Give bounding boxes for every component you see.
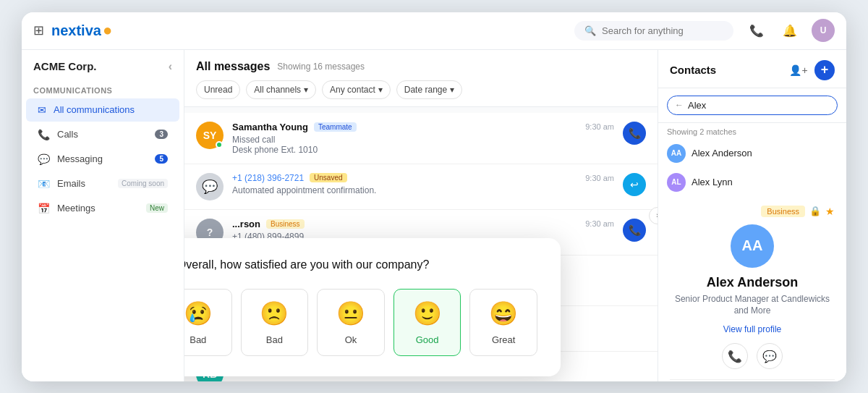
contact-result-alex-anderson[interactable]: AA Alex Anderson xyxy=(658,139,846,168)
contact-avatar: AA xyxy=(667,144,686,163)
center-subtitle: Showing 16 messages xyxy=(277,62,365,72)
sidebar-item-label: Emails xyxy=(57,178,85,189)
add-contact-icon[interactable]: 👤+ xyxy=(788,60,809,80)
logo-dot: ● xyxy=(103,22,112,38)
sidebar-item-label: Calls xyxy=(57,129,78,140)
sidebar-item-label: Messaging xyxy=(57,153,103,164)
avatar: 💬 xyxy=(196,173,224,200)
sidebar: ACME Corp. ‹ Communications ✉ All commun… xyxy=(22,50,184,381)
calls-badge: 3 xyxy=(155,130,168,139)
survey-label: Good xyxy=(416,334,439,345)
right-panel: Contacts 👤+ + ← Showing 2 matches AA Ale… xyxy=(658,50,846,381)
card-business-tag: Business xyxy=(761,206,805,217)
survey-option-great[interactable]: 😄 Great xyxy=(469,289,537,356)
filter-contact[interactable]: Any contact▾ xyxy=(322,80,391,99)
search-input[interactable] xyxy=(602,25,723,36)
phone-icon[interactable]: 📞 xyxy=(745,19,768,42)
reply-action-btn[interactable]: ↩ xyxy=(623,173,646,196)
center-panel: All messages Showing 16 messages Unread … xyxy=(184,50,658,381)
right-header-icons: 👤+ + xyxy=(788,60,835,80)
message-sub-preview: Desk phone Ext. 1010 xyxy=(232,145,614,155)
filter-channels[interactable]: All channels▾ xyxy=(246,80,316,99)
message-time: 9:30 am xyxy=(585,122,614,131)
filter-unread[interactable]: Unread xyxy=(196,80,240,99)
message-body: Samantha Young Teammate 9:30 am Missed c… xyxy=(232,122,614,155)
survey-options: 😢 Bad 🙁 Bad 😐 Ok 🙂 Good xyxy=(184,289,537,356)
view-profile-link[interactable]: View full profile xyxy=(670,324,835,334)
message-item[interactable]: SY Samantha Young Teammate 9:30 am Misse… xyxy=(184,113,658,164)
survey-option-very-bad[interactable]: 😢 Bad xyxy=(184,289,232,356)
message-tag: Unsaved xyxy=(310,173,346,182)
message-time: 9:30 am xyxy=(585,174,614,182)
survey-emoji: 🙁 xyxy=(260,300,289,327)
sidebar-item-emails[interactable]: 📧 Emails Coming soon xyxy=(26,172,179,195)
sidebar-item-calls[interactable]: 📞 Calls 3 xyxy=(26,123,179,146)
sidebar-item-all-communications[interactable]: ✉ All communications xyxy=(26,98,179,122)
center-header: All messages Showing 16 messages Unread … xyxy=(184,50,658,107)
center-title: All messages xyxy=(196,60,270,73)
global-search-bar[interactable]: 🔍 xyxy=(574,21,733,41)
avatar-status xyxy=(216,141,223,148)
contacts-search-wrap[interactable]: ← xyxy=(667,96,838,115)
survey-emoji: 😢 xyxy=(184,300,213,327)
contact-avatar: AL xyxy=(667,173,686,192)
message-body: +1 (218) 396-2721 Unsaved 9:30 am Automa… xyxy=(232,173,614,195)
logo: nextiva● xyxy=(51,22,112,39)
survey-label: Ok xyxy=(345,334,357,345)
avatar: SY xyxy=(196,122,224,149)
survey-label: Bad xyxy=(190,334,206,345)
messaging-icon: 💬 xyxy=(38,153,50,165)
right-panel-header: Contacts 👤+ + xyxy=(658,50,846,88)
mobile-info-row: 📞 Mobile +1 (602) 225-4568 xyxy=(670,379,835,381)
contact-name: Alex Anderson xyxy=(692,148,752,159)
contact-card: Business 🔒 ★ AA Alex Anderson Senior Pro… xyxy=(658,197,846,381)
filter-date[interactable]: Date range▾ xyxy=(396,80,462,99)
survey-emoji: 😐 xyxy=(336,300,365,327)
matches-label: Showing 2 matches xyxy=(658,123,846,139)
survey-question: 1. Overall, how satisfied are you with o… xyxy=(184,258,537,271)
contacts-search-input[interactable] xyxy=(688,100,830,111)
card-call-btn[interactable]: 📞 xyxy=(722,343,748,369)
card-message-btn[interactable]: 💬 xyxy=(757,343,783,369)
lock-icon: 🔒 xyxy=(809,206,821,217)
search-icon: 🔍 xyxy=(584,25,596,36)
message-tag: Teammate xyxy=(314,122,357,132)
center-title-row: All messages Showing 16 messages xyxy=(196,60,646,73)
star-icon[interactable]: ★ xyxy=(825,206,835,217)
search-back-btn[interactable]: ← xyxy=(675,100,684,110)
call-action-btn[interactable]: 📞 xyxy=(623,122,646,145)
contact-name: Alex Lynn xyxy=(692,177,733,187)
meetings-tag: New xyxy=(146,203,168,213)
contacts-search-area: ← xyxy=(658,88,846,123)
message-sender: +1 (218) 396-2721 xyxy=(232,173,304,183)
all-comms-icon: ✉ xyxy=(38,104,46,116)
sidebar-item-meetings[interactable]: 📅 Meetings New xyxy=(26,197,179,220)
emails-icon: 📧 xyxy=(38,178,50,190)
sidebar-item-messaging[interactable]: 💬 Messaging 5 xyxy=(26,148,179,171)
messaging-badge: 5 xyxy=(155,154,168,164)
sidebar-item-label: Meetings xyxy=(57,203,95,214)
message-top: ...rson Business 9:30 am xyxy=(232,219,614,229)
plus-icon[interactable]: + xyxy=(814,60,835,80)
survey-emoji: 🙂 xyxy=(413,300,442,327)
message-time: 9:30 am xyxy=(585,219,614,228)
message-item[interactable]: 💬 +1 (218) 396-2721 Unsaved 9:30 am Auto… xyxy=(184,164,658,210)
survey-option-ok[interactable]: 😐 Ok xyxy=(317,289,385,356)
survey-option-good[interactable]: 🙂 Good xyxy=(393,289,461,356)
card-tags: Business 🔒 ★ xyxy=(670,206,835,217)
bell-icon[interactable]: 🔔 xyxy=(778,19,801,42)
survey-emoji: 😄 xyxy=(489,300,518,327)
message-preview: Automated appointment confirmation. xyxy=(232,185,614,195)
survey-option-bad[interactable]: 🙁 Bad xyxy=(241,289,309,356)
sidebar-title: ACME Corp. xyxy=(33,60,97,72)
filter-row: Unread All channels▾ Any contact▾ Date r… xyxy=(196,80,646,99)
logo-text: nextiva xyxy=(51,22,101,39)
contact-result-alex-lynn[interactable]: AL Alex Lynn xyxy=(658,168,846,197)
user-avatar[interactable]: U xyxy=(812,19,835,42)
sidebar-collapse-btn[interactable]: ‹ xyxy=(169,60,172,73)
message-top: +1 (218) 396-2721 Unsaved 9:30 am xyxy=(232,173,614,183)
message-sender: ...rson xyxy=(232,219,260,229)
grid-icon[interactable]: ⊞ xyxy=(33,22,44,38)
message-preview: Missed call xyxy=(232,135,614,145)
call-action-btn[interactable]: 📞 xyxy=(623,219,646,242)
